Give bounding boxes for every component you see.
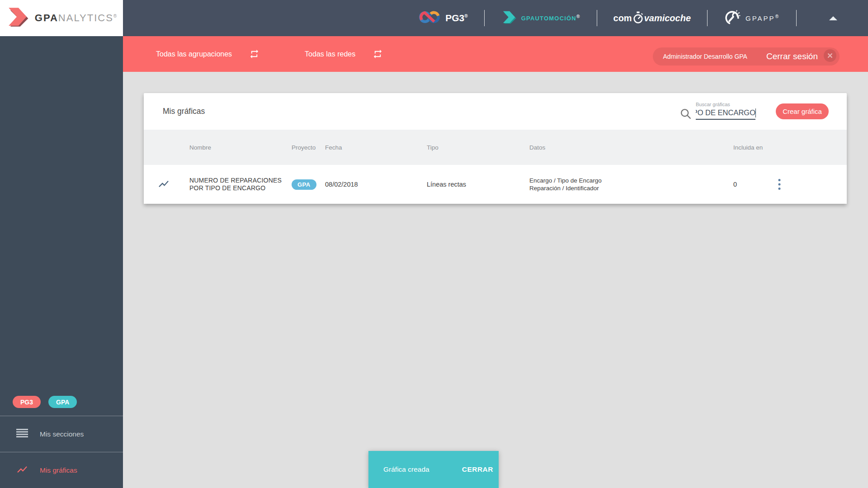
row-type-icon-cell <box>144 178 189 191</box>
stopwatch-icon <box>632 10 644 26</box>
row-menu-button[interactable] <box>776 177 783 192</box>
line-chart-icon <box>16 464 28 477</box>
page-title: Mis gráficas <box>163 107 205 116</box>
brand-logo[interactable]: GPANALYTICS® <box>0 0 123 36</box>
sidebar: PG3 GPA Mis secciones Mis gráficas <box>0 36 123 488</box>
column-proyecto: Proyecto <box>292 144 325 151</box>
table-header: Nombre Proyecto Fecha Tipo Datos Incluid… <box>144 130 847 165</box>
repeat-icon <box>249 49 259 59</box>
filter-bar: Todas las agrupaciones Todas las redes A… <box>123 36 868 72</box>
main-content: Mis gráficas Buscar gráficas TIPO DE ENC… <box>123 72 868 488</box>
repeat-icon <box>373 49 383 59</box>
pg3-logo[interactable]: PG3® <box>419 9 467 27</box>
logout-button[interactable]: Cerrar sesión <box>766 52 818 61</box>
redes-filter[interactable]: Todas las redes <box>305 49 383 59</box>
search-button[interactable] <box>679 108 692 120</box>
wrench-circle-icon <box>724 9 741 28</box>
close-session-icon[interactable] <box>824 49 836 64</box>
sidebar-item-mis-secciones[interactable]: Mis secciones <box>0 416 123 452</box>
column-fecha: Fecha <box>325 144 427 151</box>
sidebar-item-label: Mis gráficas <box>40 466 77 474</box>
gpa-badge: GPA <box>48 396 77 408</box>
comprova-text-post: vamicoche <box>644 13 691 23</box>
toast-message: Gráfica creada <box>383 465 429 474</box>
agrupaciones-filter-label: Todas las agrupaciones <box>156 50 232 58</box>
toast-notification: Gráfica creada CERRAR <box>368 451 499 488</box>
sidebar-badges: PG3 GPA <box>0 396 123 416</box>
line-chart-icon <box>158 178 170 190</box>
project-cell: GPA <box>292 179 325 190</box>
search-input[interactable]: Buscar gráficas TIPO DE ENCARGO <box>696 102 755 120</box>
text-cursor <box>755 108 756 117</box>
agrupaciones-filter[interactable]: Todas las agrupaciones <box>156 49 259 59</box>
automocion-label: GPAUTOMOCIÓN® <box>521 14 580 22</box>
chevron-up-icon <box>829 16 837 20</box>
pg3-infinity-icon <box>419 9 440 27</box>
collapse-header-button[interactable] <box>826 14 840 23</box>
divider <box>796 10 797 26</box>
column-tipo: Tipo <box>427 144 529 151</box>
graph-name: NUMERO DE REPARACIONES POR TIPO DE ENCAR… <box>189 177 292 192</box>
redes-filter-label: Todas las redes <box>305 50 355 58</box>
data-cell: Encargo / Tipo de Encargo Reparación / I… <box>529 177 729 192</box>
divider <box>597 10 597 26</box>
sidebar-item-label: Mis secciones <box>40 430 84 438</box>
comprova-text-pre: com <box>613 13 632 23</box>
partner-logos: PG3® GPAUTOMOCIÓN® com <box>419 0 868 36</box>
app-header: GPANALYTICS® PG3® GPAUTOMOCIÓ <box>0 0 868 36</box>
user-session-pill: Administrador Desarrollo GPA Cerrar sesi… <box>653 47 840 66</box>
row-menu-cell <box>761 177 847 192</box>
card-header: Mis gráficas Buscar gráficas TIPO DE ENC… <box>144 93 847 130</box>
search-input-label: Buscar gráficas <box>696 102 755 107</box>
logged-user-name: Administrador Desarrollo GPA <box>663 53 747 60</box>
sidebar-item-mis-graficas[interactable]: Mis gráficas <box>0 452 123 488</box>
toast-close-button[interactable]: CERRAR <box>462 465 493 474</box>
column-datos: Datos <box>529 144 729 151</box>
gpa-arrow-icon <box>5 6 30 30</box>
search-icon <box>679 108 692 120</box>
search-input-value: TIPO DE ENCARGO <box>696 108 755 117</box>
included-in-cell: 0 <box>729 181 761 188</box>
table-row[interactable]: NUMERO DE REPARACIONES POR TIPO DE ENCAR… <box>144 165 847 204</box>
kebab-menu-icon <box>778 178 781 190</box>
brand-name: GPANALYTICS® <box>35 12 118 24</box>
search-area: Buscar gráficas TIPO DE ENCARGO Crear gr… <box>679 103 847 121</box>
column-incluida-en: Incluida en <box>729 144 761 151</box>
create-graph-button[interactable]: Crear gráfica <box>776 103 829 119</box>
pg3-label: PG3® <box>445 13 467 23</box>
gpapp-label: GPAPP® <box>745 14 780 22</box>
sections-list-icon <box>16 429 28 439</box>
swap-agrupaciones-button[interactable] <box>249 49 259 59</box>
gpautomocion-logo[interactable]: GPAUTOMOCIÓN® <box>501 10 580 27</box>
graphs-card: Mis gráficas Buscar gráficas TIPO DE ENC… <box>144 93 847 204</box>
swap-redes-button[interactable] <box>373 49 383 59</box>
pg3-badge: PG3 <box>13 396 41 408</box>
column-nombre: Nombre <box>189 144 292 151</box>
gpapp-logo[interactable]: GPAPP® <box>724 9 780 28</box>
divider <box>707 10 708 26</box>
comprovamicoche-logo[interactable]: com vamicoche <box>613 10 691 26</box>
project-badge: GPA <box>292 179 316 190</box>
automocion-arrow-icon <box>501 10 517 27</box>
type-cell: Líneas rectas <box>427 181 529 188</box>
date-cell: 08/02/2018 <box>325 181 427 188</box>
divider <box>484 10 485 26</box>
